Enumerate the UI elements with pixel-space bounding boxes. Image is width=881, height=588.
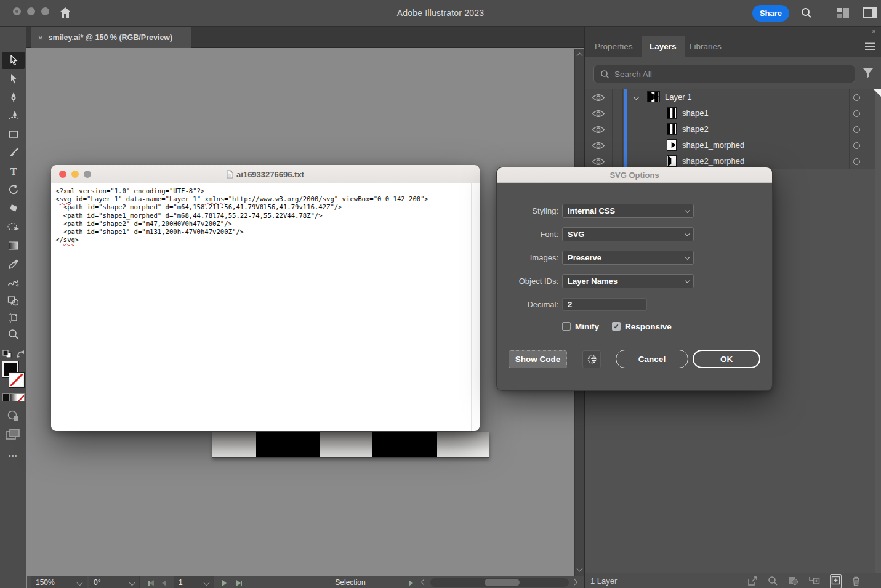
default-fill-stroke-icon[interactable] — [2, 350, 12, 358]
expand-chevron-icon[interactable] — [634, 94, 640, 100]
panel-scrollbar-gutter[interactable] — [875, 89, 881, 588]
layer-row-shape1-morphed[interactable]: shape1_morphed — [585, 137, 881, 153]
editor-scrollbar[interactable] — [471, 183, 480, 431]
code-text-area[interactable]: <?xml version="1.0" encoding="UTF-8"?> <… — [51, 183, 480, 431]
layer-row-shape1[interactable]: shape1 — [585, 105, 881, 121]
type-tool[interactable]: T — [2, 163, 25, 180]
more-tools-icon[interactable]: ••• — [0, 453, 26, 459]
svg-options-dialog[interactable]: SVG Options Styling: Internal CSS Font: … — [496, 167, 773, 391]
target-circle[interactable] — [853, 142, 860, 149]
lock-toggle[interactable] — [613, 121, 623, 137]
delete-layer-icon[interactable] — [851, 576, 861, 586]
next-artboard-button[interactable] — [222, 579, 227, 588]
layer-name[interactable]: shape1 — [682, 108, 709, 118]
artboard-tool[interactable] — [2, 309, 25, 326]
lock-toggle[interactable] — [613, 89, 623, 105]
lock-toggle[interactable] — [613, 137, 623, 153]
artboard-shape-bar[interactable] — [372, 432, 437, 457]
scrollbar-thumb[interactable] — [485, 579, 520, 586]
collect-export-icon[interactable] — [747, 576, 758, 586]
ok-button[interactable]: OK — [693, 350, 760, 368]
scroll-left-icon[interactable] — [421, 579, 427, 586]
visibility-toggle[interactable] — [585, 121, 613, 137]
draw-mode-icon[interactable] — [6, 409, 20, 422]
layer-thumbnail[interactable] — [667, 155, 677, 167]
scroll-up-icon[interactable] — [577, 53, 583, 59]
first-artboard-button[interactable] — [148, 579, 154, 588]
locate-object-icon[interactable] — [768, 576, 778, 586]
tab-libraries[interactable]: Libraries — [682, 36, 730, 57]
artboard-number-field[interactable]: 1 — [174, 576, 214, 588]
rectangle-tool[interactable] — [2, 126, 25, 143]
visibility-toggle[interactable] — [585, 89, 613, 105]
artboard-shape-bar[interactable] — [256, 432, 320, 457]
layer-name[interactable]: Layer 1 — [665, 92, 691, 102]
tab-layers[interactable]: Layers — [642, 36, 685, 57]
editor-titlebar[interactable]: ai16933276696.txt — [51, 165, 480, 183]
layer-thumbnail[interactable] — [667, 139, 677, 151]
target-circle[interactable] — [853, 126, 860, 133]
panel-toggle-icon[interactable] — [863, 7, 877, 19]
rotation-select[interactable]: 0° — [89, 576, 140, 588]
layer-thumbnail[interactable] — [667, 123, 677, 135]
stroke-color-swatch[interactable] — [9, 373, 24, 387]
none-button[interactable] — [17, 393, 25, 401]
minify-checkbox[interactable] — [562, 322, 571, 331]
eyedropper-tool[interactable] — [2, 256, 25, 273]
visibility-toggle[interactable] — [585, 105, 613, 121]
target-circle[interactable] — [853, 158, 860, 165]
visibility-toggle[interactable] — [585, 137, 613, 153]
document-tab[interactable]: × smiley.ai* @ 150 % (RGB/Preview) — [31, 27, 191, 48]
web-preview-button[interactable] — [582, 350, 601, 368]
decimal-input[interactable] — [562, 298, 647, 311]
screen-mode-icon[interactable] — [5, 427, 21, 442]
eraser-tool[interactable] — [2, 199, 25, 217]
cancel-button[interactable]: Cancel — [616, 350, 688, 368]
workspace-switcher-icon[interactable] — [836, 7, 850, 19]
search-input[interactable] — [614, 70, 848, 79]
canvas-horizontal-scrollbar[interactable] — [430, 578, 569, 587]
search-icon[interactable] — [800, 7, 813, 19]
layer-name[interactable]: shape1_morphed — [682, 140, 744, 150]
gradient-tool[interactable] — [2, 237, 25, 254]
swap-fill-stroke-icon[interactable] — [16, 350, 26, 358]
new-layer-button[interactable] — [830, 574, 842, 588]
target-circle[interactable] — [853, 110, 860, 117]
direct-selection-tool[interactable] — [2, 70, 25, 87]
filter-icon[interactable] — [862, 67, 874, 79]
layer-row-shape2[interactable]: shape2 — [585, 121, 881, 137]
new-sublayer-icon[interactable] — [808, 576, 820, 586]
scroll-down-icon[interactable] — [577, 566, 583, 572]
search-box[interactable] — [593, 65, 855, 83]
rotate-tool[interactable] — [2, 181, 25, 198]
object-ids-select[interactable]: Layer Names — [562, 274, 694, 288]
collapse-panel-icon[interactable]: » — [872, 28, 876, 34]
tab-properties[interactable]: Properties — [587, 36, 641, 57]
last-artboard-button[interactable] — [236, 579, 242, 588]
share-button[interactable]: Share — [752, 5, 789, 22]
color-button[interactable] — [2, 393, 10, 401]
show-code-button[interactable]: Show Code — [509, 350, 567, 368]
artboard[interactable] — [212, 432, 489, 458]
pen-tool[interactable] — [2, 89, 25, 106]
shape-builder-tool[interactable] — [2, 292, 25, 310]
layer-thumbnail[interactable] — [667, 107, 677, 119]
status-expand-arrow[interactable] — [409, 579, 413, 588]
gradient-button[interactable] — [10, 393, 17, 401]
zoom-level-select[interactable]: 150% — [31, 576, 87, 588]
zoom-tool[interactable] — [2, 326, 25, 343]
styling-select[interactable]: Internal CSS — [562, 204, 694, 218]
paintbrush-tool[interactable] — [2, 144, 25, 161]
panel-menu-icon[interactable] — [864, 42, 875, 50]
target-circle[interactable] — [853, 94, 860, 101]
curvature-tool[interactable] — [2, 107, 25, 124]
selection-tool[interactable] — [2, 52, 25, 69]
tab-close-icon[interactable]: × — [38, 33, 43, 42]
layer-row-layer1[interactable]: Layer 1 — [585, 89, 881, 105]
text-editor-window[interactable]: ai16933276696.txt <?xml version="1.0" en… — [51, 165, 480, 431]
rotate-view-tool[interactable] — [2, 219, 25, 236]
images-select[interactable]: Preserve — [562, 251, 694, 265]
clipping-mask-icon[interactable] — [788, 576, 799, 586]
previous-artboard-button[interactable] — [162, 579, 166, 588]
layer-name[interactable]: shape2 — [682, 124, 709, 134]
